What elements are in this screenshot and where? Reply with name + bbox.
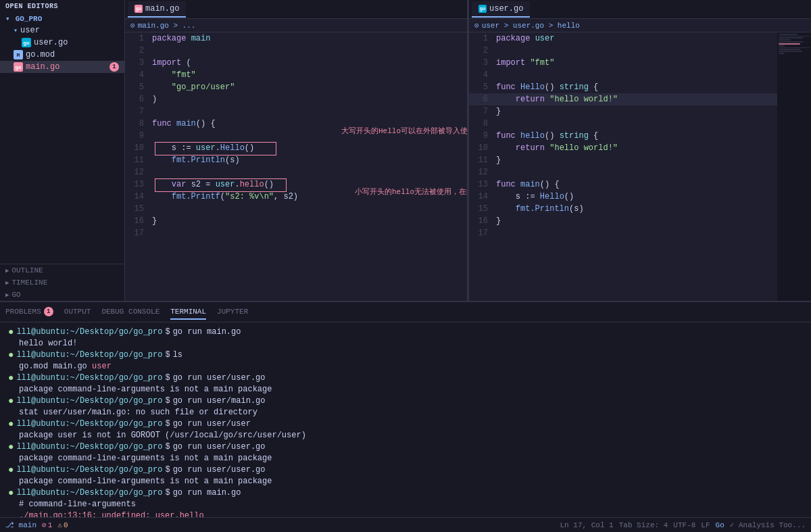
tab-jupyter[interactable]: JUPYTER (217, 305, 248, 320)
prompt-path: lll@ubuntu:~/Desktop/go/go_pro (16, 418, 162, 429)
code-line: 9func hello() string { (469, 130, 777, 142)
cursor-position: Ln 17, Col 1 (560, 521, 613, 529)
terminal-line: go.mod main.go user (8, 361, 803, 372)
right-code-editor[interactable]: 1package user 2 3import "fmt" 4 5func He… (469, 32, 811, 301)
mini-line (779, 47, 810, 48)
sidebar-timeline[interactable]: ▶ TIMELINE (0, 276, 124, 289)
term-output: # command-line-arguments (8, 499, 136, 510)
term-output: package user is not in GOROOT (/usr/loca… (8, 430, 306, 441)
tab-debug-console[interactable]: DEBUG CONSOLE (101, 305, 159, 320)
sidebar-item-main-go[interactable]: go main.go 1 (0, 61, 124, 73)
term-output: package command-line-arguments is not a … (8, 476, 272, 487)
code-line: 8 (469, 118, 777, 130)
mini-line (779, 53, 785, 54)
main-go-label: main.go (26, 62, 59, 72)
sidebar-item-go-mod[interactable]: M go.mod (0, 49, 124, 61)
terminal-line: ./main.go:13:16: undefined: user.hello (8, 510, 803, 517)
right-code-lines: 1package user 2 3import "fmt" 4 5func He… (469, 32, 777, 239)
code-line: 14 s := Hello() (469, 191, 777, 203)
code-line: 1package user (469, 32, 777, 45)
user-go-tab[interactable]: go user.go (472, 1, 530, 18)
terminal-line: ● lll@ubuntu:~/Desktop/go/go_pro $ go ru… (8, 395, 803, 406)
go-chevron: ▶ (5, 291, 9, 299)
code-line: 7} (469, 105, 777, 118)
minimap (777, 32, 811, 301)
code-line: 6) (125, 93, 467, 105)
left-code-editor[interactable]: 1package main 2 3import ( 4 "fmt" 5 "go_… (125, 32, 467, 301)
prompt-path: lll@ubuntu:~/Desktop/go/go_pro (16, 349, 162, 360)
code-line: 10 s := user.Hello() (125, 142, 467, 154)
go-mod-label: go.mod (26, 50, 55, 59)
code-line: 15 fmt.Println(s) (469, 203, 777, 215)
main-go-tab[interactable]: go main.go (128, 1, 186, 18)
mini-line (779, 34, 797, 35)
mini-line (779, 36, 810, 37)
language: Go (716, 521, 724, 529)
prompt-dot: ● (8, 395, 14, 406)
editor-split: go main.go ⊙ main.go > ... 1package main… (125, 0, 811, 301)
prompt-dot: ● (8, 372, 14, 383)
sidebar-item-user-go[interactable]: go user.go (0, 37, 124, 49)
mini-line (779, 51, 802, 52)
sidebar-outline[interactable]: ▶ OUTLINE (0, 264, 124, 276)
code-line: 3import "fmt" (469, 57, 777, 69)
code-line: 10 return "hello world!" (469, 142, 777, 154)
code-line: 11 fmt.Println(s) (125, 154, 467, 166)
terminal-content[interactable]: ● lll@ubuntu:~/Desktop/go/go_pro $ go ru… (0, 322, 811, 517)
main-tab-icon: go (134, 5, 143, 13)
main-go-icon: go (14, 62, 23, 72)
sidebar-item-user[interactable]: ▾ user (0, 24, 124, 37)
sidebar-go[interactable]: ▶ GO (0, 289, 124, 301)
mini-line (779, 39, 791, 41)
prompt-dollar: $ (165, 441, 170, 452)
encoding: UTF-8 (673, 521, 695, 529)
code-line: 4 (469, 69, 777, 81)
code-line: 9 (125, 130, 467, 142)
sidebar-bottom: ▶ OUTLINE ▶ TIMELINE ▶ GO (0, 264, 124, 301)
code-line: 8func main() { (125, 118, 467, 130)
code-line: 12 (125, 166, 467, 178)
terminal-line: ● lll@ubuntu:~/Desktop/go/go_pro $ go ru… (8, 327, 803, 337)
tab-problems[interactable]: PROBLEMS 1 (5, 304, 53, 320)
jupyter-label: JUPYTER (217, 308, 248, 316)
user-go-label: user.go (34, 38, 68, 47)
right-editor-pane: go user.go ⊙ user > user.go > hello 1pac… (469, 0, 811, 301)
left-tab-bar: go main.go (125, 0, 467, 19)
code-line: 1package main (125, 32, 467, 45)
terminal-line: package command-line-arguments is not a … (8, 384, 803, 395)
output-label: OUTPUT (64, 308, 91, 316)
left-breadcrumb: ⊙ main.go > ... (125, 19, 467, 32)
editors-area: go main.go ⊙ main.go > ... 1package main… (125, 0, 811, 301)
code-line: 14 fmt.Printf("s2: %v\n", s2) (125, 191, 467, 203)
prompt-dot: ● (8, 441, 14, 452)
status-bar: ⎇ main ⊘ 1 ⚠ 0 Ln 17, Col 1 Tab Size: 4 … (0, 517, 811, 532)
code-line: 6 return "hello world!" (469, 93, 777, 105)
outline-label: OUTLINE (11, 266, 43, 274)
outline-chevron: ▶ (5, 267, 9, 274)
terminal-line: # command-line-arguments (8, 499, 803, 510)
prompt-dollar: $ (165, 395, 170, 406)
left-code-lines: 1package main 2 3import ( 4 "fmt" 5 "go_… (125, 32, 467, 239)
user-folder-label: user (20, 26, 40, 35)
prompt-cmd: go run user/user.go (173, 441, 266, 452)
sidebar-folder-go-pro[interactable]: ▾ GO_PRO (0, 13, 124, 24)
tab-terminal[interactable]: TERMINAL (170, 305, 206, 320)
code-line: 5func Hello() string { (469, 81, 777, 93)
prompt-cmd: go run user/user.go (173, 464, 266, 475)
tab-output[interactable]: OUTPUT (64, 305, 91, 320)
timeline-chevron: ▶ (5, 279, 9, 287)
code-line: 2 (125, 45, 467, 57)
code-line: 16} (125, 215, 467, 227)
error-icon: ⊘ (42, 521, 47, 529)
code-line: 13func main() { (469, 178, 777, 191)
timeline-label: TIMELINE (11, 279, 47, 287)
prompt-dollar: $ (165, 464, 170, 475)
prompt-dollar: $ (165, 372, 170, 383)
folder-name: GO_PRO (16, 15, 43, 23)
mini-line (779, 37, 804, 39)
prompt-path: lll@ubuntu:~/Desktop/go/go_pro (16, 487, 162, 498)
code-line: 7 (125, 105, 467, 118)
code-line: 15 (125, 203, 467, 215)
code-line: 17 (469, 227, 777, 239)
sidebar: OPEN EDITORS ▾ GO_PRO ▾ user go user.go … (0, 0, 125, 301)
